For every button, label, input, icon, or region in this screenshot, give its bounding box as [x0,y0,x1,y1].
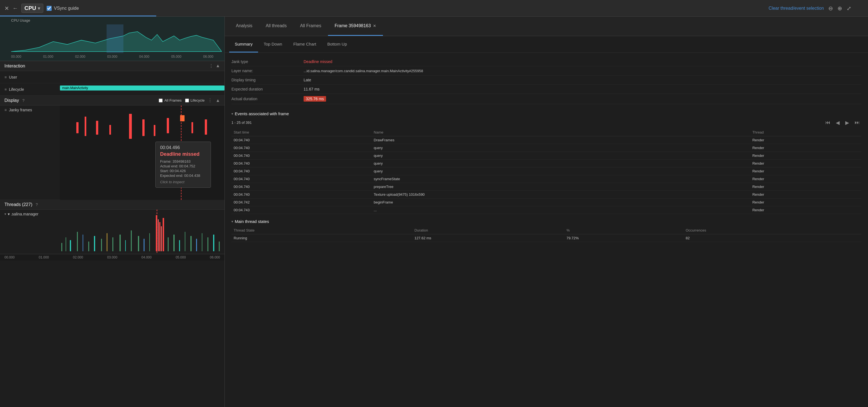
lifecycle-checkbox-label-text: Lifecycle [191,98,205,103]
tab-all-threads[interactable]: All threads [259,17,293,36]
svg-rect-15 [144,239,145,251]
sub-tab-bottom-up[interactable]: Bottom Up [321,36,352,53]
jank-type-value: Deadline missed [304,59,861,64]
svg-rect-13 [131,230,132,251]
section-title-interaction: Interaction [4,64,25,68]
page-first-btn[interactable]: ⏮ [824,119,832,126]
expand-salina-icon[interactable]: ▾ [4,212,6,216]
janky-frames-row: ≡ Janky frames 00:04.4 [0,106,224,200]
track-icon-user: ≡ [4,75,7,79]
tooltip-frame: Frame: 359498163 [160,159,206,164]
event-start-9: 00:04.743 [231,206,372,214]
page-prev-btn[interactable]: ◀ [834,119,841,126]
lifecycle-bar[interactable]: main.MainActivity [60,86,224,90]
left-panel: CPU Usage 00.000 01.000 02.000 03.000 04… [0,17,225,407]
sub-tab-flame-chart-label: Flame Chart [293,41,316,46]
sub-tab-flame-chart[interactable]: Flame Chart [288,36,322,53]
time-mark-0: 00.000 [11,55,21,59]
tab-all-frames-label: All Frames [300,23,321,28]
event-name-6: prepareTree [372,183,750,191]
state-name-0: Running [231,234,412,242]
svg-rect-27 [196,239,197,251]
time-mark-5: 05.000 [171,55,182,59]
lifecycle-track-label: ≡ Lifecycle [0,87,60,92]
janky-frames-content[interactable]: 00:04.496 Deadline missed Frame: 3594981… [60,106,224,200]
jank-bar-2 [85,117,86,136]
event-row-4[interactable]: 00:04.740 query Render [231,167,861,175]
sub-tab-summary[interactable]: Summary [229,36,258,53]
event-start-6: 00:04.740 [231,183,372,191]
col-duration: Duration [412,227,564,234]
vsync-checkbox[interactable] [46,6,52,11]
tab-close-icon[interactable]: ✕ [373,24,376,28]
back-icon[interactable]: ← [12,5,18,11]
tooltip-actual-end: Actual end: 00:04.752 [160,164,206,168]
zoom-in-icon[interactable]: ⊕ [837,5,842,12]
display-help-icon[interactable]: ? [22,98,24,103]
events-collapse-icon[interactable]: ▾ [231,112,233,116]
resize-icon[interactable]: ⤢ [847,5,851,12]
clear-selection-button[interactable]: Clear thread/event selection [769,6,824,11]
svg-rect-31 [219,241,220,251]
event-row-9[interactable]: 00:04.743 ... Render [231,206,861,214]
events-table-head: Start time Name Thread [231,128,861,136]
more-options-icon[interactable]: ⋮ [209,63,213,68]
event-row-7[interactable]: 00:04.740 Texture upload(9475) 1016x590 … [231,191,861,199]
threads-header: Threads (227) ? [0,200,224,210]
cpu-dropdown[interactable]: CPU ▾ [21,4,43,13]
all-frames-checkbox[interactable] [159,98,163,103]
lifecycle-checkbox[interactable] [185,98,189,103]
page-last-btn[interactable]: ⏭ [853,119,861,126]
page-next-btn[interactable]: ▶ [844,119,851,126]
state-duration-0: 127.62 ms [412,234,564,242]
event-row-2[interactable]: 00:04.740 query Render [231,152,861,159]
event-row-6[interactable]: 00:04.740 prepareTree Render [231,183,861,191]
event-row-5[interactable]: 00:04.740 syncFrameState Render [231,175,861,183]
lifecycle-track-content: main.MainActivity [60,83,224,95]
events-section-title: Events associated with frame [235,111,289,116]
cpu-usage-area: CPU Usage 00.000 01.000 02.000 03.000 04… [0,17,224,61]
cpu-label: CPU [24,5,36,11]
tab-analysis[interactable]: Analysis [229,17,259,36]
event-row-3[interactable]: 00:04.740 query Render [231,159,861,167]
cpu-chart [11,24,222,53]
cpu-usage-label: CPU Usage [11,18,30,23]
tab-all-frames[interactable]: All Frames [293,17,328,36]
info-table: Jank type Deadline missed Layer name: ..… [231,57,861,104]
display-more-icon[interactable]: ⋮ [208,98,212,103]
states-table: Thread State Duration % Occurrences Runn… [231,227,861,242]
event-thread-8: Render [750,199,861,206]
zoom-out-icon[interactable]: ⊖ [828,5,833,12]
tab-frame[interactable]: Frame 359498163 ✕ [328,17,383,36]
svg-rect-9 [107,233,107,251]
event-row-8[interactable]: 00:04.742 beginFrame Render [231,199,861,206]
vsync-toggle[interactable]: VSync guide [46,6,79,11]
threads-help-icon[interactable]: ? [36,202,38,207]
lifecycle-checkbox-label[interactable]: Lifecycle [185,98,205,103]
sub-tab-top-down[interactable]: Top Down [258,36,288,53]
tab-all-threads-label: All threads [266,23,287,28]
event-row-1[interactable]: 00:04.740 query Render [231,144,861,152]
col-percent: % [564,227,683,234]
display-header: Display ? All Frames Lifecycle ⋮ ▲ [0,95,224,106]
events-count-row: 1 - 25 of 391 ⏮ ◀ ▶ ⏭ [231,119,861,126]
display-timing-value: Late [304,78,861,82]
states-table-head: Thread State Duration % Occurrences [231,227,861,234]
close-icon[interactable]: ✕ [4,5,9,12]
salina-manager-label-text: ▾ .salina.manager [8,212,38,216]
display-collapse-icon[interactable]: ▲ [216,98,220,103]
all-frames-label: All Frames [164,98,182,103]
jank-type-label: Jank type [231,59,304,64]
event-row-0[interactable]: 00:04.740 DrawFrames Render [231,136,861,144]
tooltip: 00:04.496 Deadline missed Frame: 3594981… [155,142,211,188]
collapse-icon[interactable]: ▲ [216,63,220,68]
states-collapse-icon[interactable]: ▾ [231,220,233,224]
tooltip-inspect[interactable]: Click to inspect [160,180,206,184]
jank-bar-9 [191,122,193,133]
event-start-1: 00:04.740 [231,144,372,152]
event-start-0: 00:04.740 [231,136,372,144]
actual-duration-row: Actual duration 325.76 ms [231,94,861,104]
time-axis-bottom: 00.000 01.000 02.000 03.000 04.000 05.00… [0,254,224,260]
all-frames-checkbox-label[interactable]: All Frames [159,98,182,103]
event-name-2: query [372,152,750,159]
